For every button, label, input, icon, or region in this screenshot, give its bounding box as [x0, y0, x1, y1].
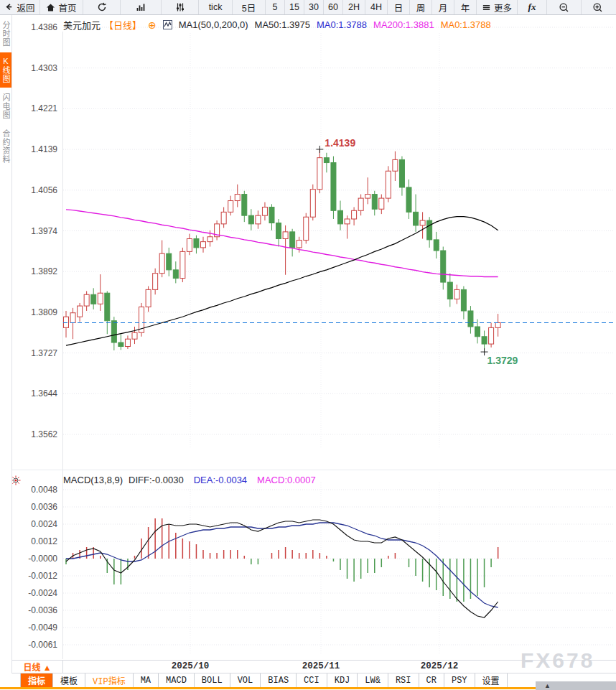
back-label: 返回	[17, 1, 34, 14]
zoom-out-button[interactable]	[547, 0, 582, 14]
back-icon	[4, 3, 14, 12]
period-2h-label: 2H	[348, 2, 360, 12]
tab-bias[interactable]: BIAS	[261, 673, 297, 687]
zoom-in-button[interactable]	[582, 0, 614, 14]
fx-icon: fx	[528, 1, 536, 13]
low-annotation: 1.3729	[487, 355, 518, 366]
price-axis-label: 1.3809	[6, 307, 57, 317]
period-15-button[interactable]: 15	[285, 0, 304, 14]
period-year-button[interactable]: 年	[454, 0, 477, 14]
chart-style-button[interactable]	[121, 0, 162, 14]
price-axis-label: 1.4386	[6, 22, 57, 32]
tab-ma[interactable]: MA	[134, 673, 159, 687]
macd-axis-label: -0.0049	[6, 623, 57, 633]
sidebar-item-time-chart[interactable]: 分时图	[0, 17, 11, 51]
tab-lw[interactable]: LW&	[358, 673, 388, 687]
x-axis-date-label: 2025/10	[162, 661, 219, 671]
period-30-button[interactable]: 30	[304, 0, 324, 14]
zoom-out-icon	[559, 2, 569, 13]
zoom-in-icon	[592, 2, 603, 13]
back-button[interactable]: 返回	[0, 0, 40, 14]
period-4h-label: 4H	[370, 2, 382, 12]
period-week-label: 周	[416, 1, 426, 14]
symbol-title: 美元加元	[63, 18, 101, 32]
period-tick-label: tick	[209, 2, 223, 12]
bottom-scrollbar[interactable]: ▲	[536, 681, 616, 690]
price-axis-label: 1.4056	[6, 185, 57, 195]
more-button[interactable]: 更多	[477, 0, 518, 14]
price-axis-label: 1.4303	[6, 63, 57, 73]
macd-axis-label: 0.0048	[6, 485, 57, 495]
tabbar-spacer	[0, 673, 21, 687]
tab-cr[interactable]: CR	[419, 673, 444, 687]
period-tag: 【日线】	[104, 18, 141, 32]
macd-settings-icon[interactable]	[11, 476, 21, 485]
tab-psy[interactable]: PSY	[444, 673, 475, 687]
period-5-button[interactable]: 5	[266, 0, 285, 14]
home-button[interactable]: 首页	[40, 0, 83, 14]
chart-type-icon[interactable]	[163, 20, 172, 29]
refresh-icon	[97, 2, 107, 12]
indicator-tabbar: 指标 模板 VIP指标 MA MACD BOLL VOL BIAS CCI KD…	[0, 673, 616, 687]
main-chart-legend: 美元加元 【日线】 ⊕ MA1(50,0,200,0) MA50:1.3975 …	[63, 18, 491, 32]
period-15-label: 15	[289, 2, 299, 12]
period-4h-button[interactable]: 4H	[365, 0, 388, 14]
ma0-blue-value: MA0:1.3788	[317, 19, 367, 30]
tab-boll[interactable]: BOLL	[195, 673, 230, 687]
tab-cci[interactable]: CCI	[297, 673, 327, 687]
tab-rsi[interactable]: RSI	[388, 673, 419, 687]
bar-chart-icon	[136, 2, 146, 12]
price-axis-label: 1.3727	[6, 348, 57, 358]
macd-axis-label: -0.0012	[6, 571, 57, 581]
ma200-value: MA200:1.3881	[373, 19, 434, 30]
macd-axis-label: -0.0024	[6, 588, 57, 598]
price-axis-label: 1.3974	[6, 226, 57, 236]
price-axis-label: 1.3562	[6, 429, 57, 439]
high-annotation: 1.4139	[325, 137, 355, 149]
period-5d-button[interactable]: 5日	[233, 0, 266, 14]
macd-dea-value: DEA:-0.0034	[194, 475, 247, 485]
period-day-button[interactable]: 日	[388, 0, 410, 14]
tab-settings[interactable]: 设置	[475, 673, 508, 687]
macd-axis-label: 0.0024	[6, 519, 57, 529]
chart-type-sidebar: 分时图 K线图 闪电图 合约资料	[0, 15, 12, 673]
period-60-button[interactable]: 60	[324, 0, 343, 14]
sidebar-item-contract-info[interactable]: 合约资料	[0, 125, 11, 168]
chart-canvas: 1.41391.3729	[0, 0, 616, 690]
tabbar-underline	[0, 687, 536, 689]
macd-legend: MACD(13,8,9) DIFF:-0.0030 DEA:-0.0034 MA…	[63, 475, 316, 485]
tab-kdj[interactable]: KDJ	[327, 673, 358, 687]
period-year-label: 年	[461, 1, 470, 14]
period-tick-button[interactable]: tick	[199, 0, 233, 14]
price-axis-label: 1.3892	[6, 266, 57, 276]
period-2h-button[interactable]: 2H	[343, 0, 365, 14]
tab-template[interactable]: 模板	[53, 673, 85, 687]
ma50-value: MA50:1.3975	[255, 19, 310, 30]
add-indicator-icon[interactable]: ⊕	[148, 20, 157, 30]
sliders-icon	[175, 2, 185, 12]
tab-indicator[interactable]: 指标	[21, 673, 53, 687]
period-day-label: 日	[394, 1, 403, 14]
home-icon	[46, 3, 55, 12]
tab-vip-indicator[interactable]: VIP指标	[85, 673, 134, 687]
price-axis-label: 1.4139	[6, 144, 57, 154]
menu-icon	[482, 3, 491, 12]
period-5-label: 5	[273, 2, 278, 12]
refresh-button[interactable]	[83, 0, 121, 14]
macd-diff-value: DIFF:-0.0030	[129, 475, 184, 485]
tab-macd[interactable]: MACD	[159, 673, 195, 687]
sidebar-item-lightning-chart[interactable]: 闪电图	[0, 89, 11, 123]
up-arrow-icon: ▲	[544, 683, 551, 689]
macd-axis-label: -0.0000	[6, 554, 57, 564]
period-selector-button[interactable]: 日线 ▲	[12, 661, 63, 673]
indicator-settings-button[interactable]	[162, 0, 199, 14]
period-5d-label: 5日	[242, 1, 256, 14]
period-month-button[interactable]: 月	[432, 0, 454, 14]
price-axis-label: 1.3644	[6, 388, 57, 398]
tab-vol[interactable]: VOL	[230, 673, 261, 687]
sidebar-item-kline-chart[interactable]: K线图	[0, 52, 11, 88]
x-axis-date-label: 2025/11	[292, 661, 350, 671]
macd-axis-label: -0.0036	[6, 605, 57, 615]
period-week-button[interactable]: 周	[410, 0, 432, 14]
fx-formula-button[interactable]: fx	[518, 0, 547, 14]
